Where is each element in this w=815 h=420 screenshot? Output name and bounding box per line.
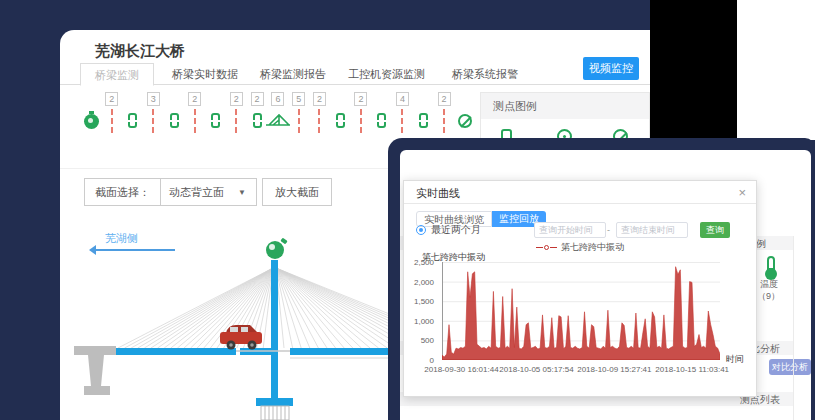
bridge-side-label: 芜湖侧 bbox=[105, 231, 138, 246]
legend-line-icon bbox=[536, 247, 543, 248]
sensor-strip-item[interactable]: 6 bbox=[269, 92, 287, 132]
tab-bridge-alarm[interactable]: 桥梁系统报警 bbox=[452, 63, 518, 85]
tab-bridge-realtime-data[interactable]: 桥梁实时数据 bbox=[172, 63, 238, 85]
dropdown-caret-icon: ▼ bbox=[238, 188, 246, 197]
gps-sensor-icon bbox=[266, 238, 288, 259]
date-range-separator: - bbox=[607, 225, 610, 235]
compare-analysis-button[interactable]: 对比分析 bbox=[769, 359, 811, 375]
video-monitor-button[interactable]: 视频监控 bbox=[583, 57, 639, 80]
y-tick-label: 1,000 bbox=[402, 317, 434, 326]
vibration-chart bbox=[442, 262, 720, 360]
chain-icon bbox=[253, 113, 262, 128]
modal-title: 实时曲线 bbox=[416, 186, 460, 201]
dash-icon bbox=[443, 109, 445, 133]
close-icon[interactable]: × bbox=[738, 185, 746, 200]
left-pier bbox=[74, 346, 116, 395]
y-tick-label: 2,500 bbox=[402, 258, 434, 267]
sensor-strip-item[interactable]: 2 bbox=[227, 92, 245, 133]
sensor-strip-item[interactable]: 2 bbox=[352, 92, 370, 133]
desktop-black-region bbox=[650, 0, 737, 140]
sensor-count-badge: 2 bbox=[230, 92, 243, 106]
tab-bridge-monitoring[interactable]: 桥梁监测 bbox=[80, 63, 154, 86]
sensor-strip-item[interactable]: 5 bbox=[290, 92, 308, 133]
sensor-count-badge: 2 bbox=[438, 92, 451, 106]
query-button[interactable]: 查询 bbox=[700, 222, 730, 238]
tab-ipc-resource-monitor[interactable]: 工控机资源监测 bbox=[348, 63, 425, 85]
sensor-strip-item[interactable]: 0 bbox=[414, 92, 432, 128]
playback-window-content: 测点图例 温度 （9） 对比分析 对比分析 测点列表 实时曲线 × 实时曲线浏览… bbox=[400, 150, 811, 420]
chart-x-axis-title: 时间 bbox=[726, 353, 744, 366]
chain-icon bbox=[128, 113, 137, 128]
y-tick-label: 2,000 bbox=[402, 278, 434, 287]
x-tick-label: 2018-10-09 15:27:41 bbox=[577, 365, 651, 374]
chain-icon bbox=[336, 113, 345, 128]
left-arrow-icon bbox=[95, 249, 175, 251]
sensor-count-badge: 2 bbox=[313, 92, 326, 106]
sensor-strip-item[interactable]: 2 bbox=[248, 92, 266, 128]
query-start-time-input[interactable] bbox=[534, 222, 606, 238]
playback-window: 测点图例 温度 （9） 对比分析 对比分析 测点列表 实时曲线 × 实时曲线浏览… bbox=[388, 138, 815, 420]
thermometer-icon bbox=[767, 256, 775, 270]
x-tick-label: 2018-10-15 11:03:41 bbox=[655, 365, 729, 374]
y-tick-label: 500 bbox=[402, 336, 434, 345]
dash-icon bbox=[298, 109, 300, 133]
sensor-count-badge: 2 bbox=[354, 92, 367, 106]
timer-icon bbox=[84, 114, 99, 129]
chart-y-ticks: 2,5002,0001,5001,0005000 bbox=[406, 262, 438, 360]
chain-icon bbox=[170, 113, 179, 128]
dash-icon bbox=[194, 109, 196, 133]
section-select-label: 截面选择： bbox=[85, 185, 160, 200]
radio-selected-icon bbox=[416, 225, 426, 235]
sensor-strip-item[interactable]: 2 bbox=[435, 92, 453, 133]
realtime-curve-modal: 实时曲线 × 实时曲线浏览 监控回放 最近两个月 - 查询 第七跨跨中振动 第七… bbox=[403, 180, 757, 397]
dash-icon bbox=[360, 109, 362, 133]
dash-icon bbox=[235, 109, 237, 133]
sensor-count-badge: 2 bbox=[188, 92, 201, 106]
chain-icon bbox=[211, 113, 220, 128]
sensor-strip-item[interactable]: 4 bbox=[393, 92, 411, 133]
sensor-strip-item[interactable]: 0 bbox=[165, 92, 183, 128]
dash-icon bbox=[152, 109, 154, 133]
sensor-count-badge: 3 bbox=[147, 92, 160, 106]
sensor-strip-item[interactable]: 0 bbox=[331, 92, 349, 128]
bridge-icon bbox=[265, 112, 291, 132]
legend-line-icon bbox=[550, 247, 557, 248]
sensor-strip-item[interactable]: 0 bbox=[456, 92, 474, 128]
x-tick-label: 2018-09-30 16:01:44 bbox=[424, 365, 498, 374]
sensor-strip-item[interactable]: 2 bbox=[310, 92, 328, 133]
section-select-dropdown[interactable]: 动态背立面 ▼ bbox=[160, 179, 256, 205]
sensor-count-badge: 5 bbox=[292, 92, 305, 106]
ban-icon bbox=[458, 114, 472, 128]
sensor-strip-item[interactable]: 0 bbox=[124, 92, 142, 128]
y-tick-label: 0 bbox=[402, 356, 434, 365]
sensor-count-badge: 6 bbox=[271, 92, 284, 106]
y-tick-label: 1,500 bbox=[402, 297, 434, 306]
dash-icon bbox=[318, 109, 320, 133]
legend-dot-icon bbox=[544, 245, 549, 250]
chain-icon bbox=[419, 113, 428, 128]
dash-icon bbox=[111, 109, 113, 133]
query-end-time-input[interactable] bbox=[616, 222, 688, 238]
sensor-count-badge: 4 bbox=[396, 92, 409, 106]
desktop-white-region bbox=[737, 0, 815, 140]
enlarge-section-button[interactable]: 放大截面 bbox=[262, 178, 332, 206]
sensor-strip-item[interactable]: 0 bbox=[82, 92, 100, 129]
sensor-count-badge: 2 bbox=[105, 92, 118, 106]
sensor-strip-item[interactable]: 0 bbox=[207, 92, 225, 128]
tab-bridge-report[interactable]: 桥梁监测报告 bbox=[260, 63, 326, 85]
temperature-count: （9） bbox=[757, 290, 780, 303]
page-title: 芜湖长江大桥 bbox=[95, 42, 185, 61]
side-panel-divider bbox=[793, 236, 794, 420]
recent-two-months-radio[interactable]: 最近两个月 bbox=[416, 223, 481, 237]
section-selected-value: 动态背立面 bbox=[169, 185, 224, 200]
sensor-count-badge: 2 bbox=[251, 92, 264, 106]
section-select-group: 截面选择： 动态背立面 ▼ bbox=[84, 178, 257, 206]
sensor-strip-item[interactable]: 2 bbox=[186, 92, 204, 133]
sensor-strip-item[interactable]: 3 bbox=[144, 92, 162, 133]
chain-icon bbox=[377, 113, 386, 128]
sensor-strip-item[interactable]: 2 bbox=[103, 92, 121, 133]
legend-panel-header: 测点图例 bbox=[481, 93, 649, 119]
x-tick-label: 2018-10-05 05:17:54 bbox=[499, 365, 573, 374]
foundation-hatch bbox=[261, 406, 289, 420]
sensor-strip-item[interactable]: 0 bbox=[373, 92, 391, 128]
